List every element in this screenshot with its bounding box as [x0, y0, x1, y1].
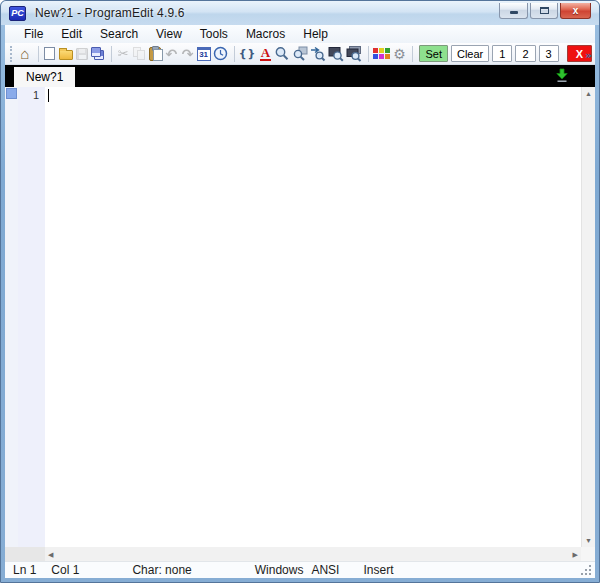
scroll-right-icon[interactable]: ▶ [573, 548, 578, 561]
save-all-icon [91, 47, 105, 61]
scrollbar-right-corner [581, 547, 595, 561]
toolbar-separator [111, 46, 112, 62]
menu-bar: File Edit Search View Tools Macros Help [5, 25, 595, 43]
scroll-up-icon[interactable]: ▲ [585, 87, 592, 100]
window-content: File Edit Search View Tools Macros Help … [5, 25, 595, 578]
green-down-arrow-icon [555, 68, 569, 83]
status-column: Col 1 [51, 563, 79, 577]
editor-area: 1 ▲ ▼ [5, 87, 595, 547]
line-number-column: 1 [18, 87, 45, 547]
calendar-icon: 31 [197, 47, 211, 61]
open-folder-icon [59, 50, 73, 60]
copy-button[interactable] [132, 45, 146, 63]
toolbar-separator [234, 46, 235, 62]
home-icon: ⌂ [20, 47, 29, 61]
braces-icon: {} [239, 48, 257, 60]
editor-margin[interactable] [5, 87, 18, 547]
resize-grip[interactable] [580, 564, 592, 576]
tab-scroll-down-button[interactable] [555, 68, 569, 87]
minimize-icon [510, 11, 518, 14]
tab-new1[interactable]: New?1 [14, 67, 75, 87]
menu-help[interactable]: Help [294, 26, 337, 42]
find-next-icon [310, 46, 326, 62]
toolbar-separator [38, 46, 39, 62]
margin-marker [6, 88, 17, 99]
bookmark-3-button[interactable]: 3 [539, 45, 559, 62]
save-button[interactable] [75, 45, 89, 63]
insert-date-button[interactable]: 31 [197, 45, 211, 63]
palette-icon [373, 48, 390, 59]
menu-tools[interactable]: Tools [191, 26, 237, 42]
text-caret [48, 89, 49, 102]
find-in-files-button[interactable] [292, 45, 308, 63]
block-select-button[interactable]: {} [239, 45, 257, 63]
window-controls: x [499, 3, 591, 19]
undo-button[interactable]: ↶ [164, 45, 178, 63]
home-button[interactable]: ⌂ [18, 45, 32, 63]
chevron-overflow-icon: » [585, 49, 592, 62]
scroll-left-icon[interactable]: ◀ [48, 548, 53, 561]
paste-button[interactable] [148, 45, 162, 63]
app-icon: PC [9, 6, 26, 21]
scrollbar-corner [5, 547, 45, 561]
find-button[interactable] [274, 45, 290, 63]
replace-in-files-button[interactable] [346, 45, 362, 63]
clear-button[interactable]: Clear [451, 45, 489, 62]
clock-icon [213, 46, 228, 61]
insert-time-button[interactable] [213, 45, 228, 63]
gear-icon: ⚙ [393, 47, 406, 61]
window-title: New?1 - ProgramEdit 4.9.6 [35, 6, 185, 20]
save-icon [76, 48, 88, 60]
toolbar-grip[interactable] [10, 46, 13, 62]
new-file-button[interactable] [43, 45, 57, 63]
set-button[interactable]: Set [419, 45, 448, 62]
copy-icon [133, 47, 146, 61]
menu-view[interactable]: View [147, 26, 191, 42]
maximize-button[interactable] [530, 3, 558, 19]
replace-button[interactable] [328, 45, 344, 63]
paste-icon [149, 47, 161, 61]
new-file-icon [44, 47, 55, 60]
undo-icon: ↶ [166, 48, 178, 60]
redo-icon: ↷ [182, 48, 194, 60]
toolbar-overflow-button[interactable]: » [585, 45, 592, 63]
replace-icon [328, 46, 344, 62]
menu-file[interactable]: File [15, 26, 52, 42]
status-line: Ln 1 [13, 563, 36, 577]
open-file-button[interactable] [59, 45, 73, 63]
menu-search[interactable]: Search [91, 26, 147, 42]
toolbar: ⌂ ✂ ↶ ↷ 31 {} A [5, 43, 595, 65]
horizontal-scrollbar[interactable]: ◀ ▶ [45, 547, 581, 561]
settings-button[interactable]: ⚙ [392, 45, 406, 63]
maximize-icon [540, 7, 549, 14]
bookmark-2-button[interactable]: 2 [515, 45, 535, 62]
close-button[interactable]: x [560, 3, 591, 19]
find-next-button[interactable] [310, 45, 326, 63]
save-all-button[interactable] [91, 45, 105, 63]
font-color-icon: A [260, 46, 271, 61]
status-line-endings: Windows [255, 563, 304, 577]
app-window: PC New?1 - ProgramEdit 4.9.6 x File Edit… [0, 0, 600, 583]
font-color-button[interactable]: A [258, 45, 272, 63]
redo-button[interactable]: ↷ [180, 45, 194, 63]
text-editing-area[interactable] [45, 87, 595, 547]
scroll-down-icon[interactable]: ▼ [585, 534, 592, 547]
replace-in-files-icon [346, 46, 362, 62]
close-icon: x [573, 6, 579, 16]
horizontal-scrollbar-row: ◀ ▶ [5, 547, 595, 561]
line-number: 1 [33, 89, 39, 101]
bookmark-1-button[interactable]: 1 [492, 45, 512, 62]
toolbar-separator [368, 46, 369, 62]
title-bar[interactable]: PC New?1 - ProgramEdit 4.9.6 x [1, 1, 599, 25]
cut-button[interactable]: ✂ [116, 45, 130, 63]
status-insert-mode: Insert [363, 563, 393, 577]
toolbar-separator [412, 46, 413, 62]
find-in-files-icon [292, 46, 308, 62]
menu-edit[interactable]: Edit [52, 26, 91, 42]
cut-icon: ✂ [118, 46, 129, 61]
tab-bar: New?1 [5, 65, 595, 87]
color-palette-button[interactable] [373, 45, 390, 63]
menu-macros[interactable]: Macros [237, 26, 294, 42]
vertical-scrollbar[interactable]: ▲ ▼ [581, 87, 595, 547]
minimize-button[interactable] [499, 3, 528, 19]
